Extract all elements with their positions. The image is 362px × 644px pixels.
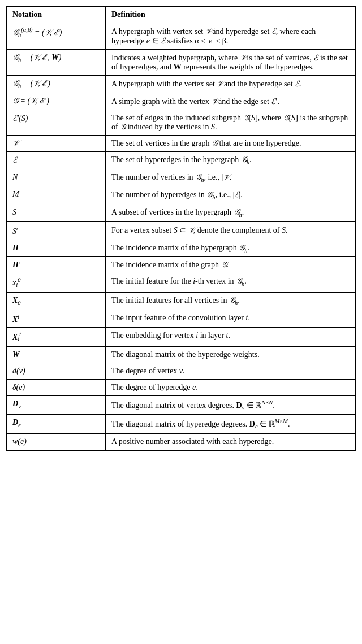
definition-cell: The diagonal matrix of the hyperedge wei… [106, 346, 356, 363]
notation-cell: 𝒢 = (𝒱, ℰ′) [7, 93, 106, 110]
table-row: w(e)A positive number associated with ea… [7, 433, 356, 450]
notation-cell: 𝒢h = (𝒱, ℰ) [7, 76, 106, 93]
definition-cell: The incidence matrix of the hypergraph 𝒢… [106, 240, 356, 257]
definition-cell: The degree of vertex v. [106, 363, 356, 379]
notation-cell: De [7, 415, 106, 433]
notation-cell: xi0 [7, 273, 106, 292]
notation-cell: N [7, 169, 106, 186]
definition-cell: The set of vertices in the graph 𝒢 that … [106, 135, 356, 151]
definition-cell: For a vertex subset S ⊂ 𝒱, denote the co… [106, 221, 356, 240]
notation-cell: Xt [7, 310, 106, 328]
definition-cell: The diagonal matrix of hyperedge degrees… [106, 415, 356, 433]
table-row: XtThe input feature of the convolution l… [7, 310, 356, 328]
notation-cell: Xit [7, 328, 106, 346]
notation-cell: X0 [7, 292, 106, 310]
notation-table: Notation Definition 𝒢h(α,β) = (𝒱, ℰ)A hy… [6, 6, 356, 451]
table-row: DeThe diagonal matrix of hyperedge degre… [7, 415, 356, 433]
notation-cell: Dv [7, 395, 106, 414]
table-row: ScFor a vertex subset S ⊂ 𝒱, denote the … [7, 221, 356, 240]
table-row: H′The incidence matrix of the graph 𝒢. [7, 257, 356, 273]
table-row: ℰThe set of hyperedges in the hypergraph… [7, 151, 356, 169]
definition-cell: The incidence matrix of the graph 𝒢. [106, 257, 356, 273]
notation-cell: Sc [7, 221, 106, 240]
table-row: d(v)The degree of vertex v. [7, 363, 356, 379]
table-row: NThe number of vertices in 𝒢h, i.e., |𝒱|… [7, 169, 356, 186]
definition-cell: A simple graph with the vertex 𝒱 and the… [106, 93, 356, 110]
notation-cell: d(v) [7, 363, 106, 379]
table-row: 𝒢h = (𝒱, ℰ, W)Indicates a weighted hyper… [7, 50, 356, 76]
definition-cell: The set of hyperedges in the hypergraph … [106, 151, 356, 169]
definition-cell: The degree of hyperedge e. [106, 379, 356, 395]
definition-cell: The input feature of the convolution lay… [106, 310, 356, 328]
notation-cell: W [7, 346, 106, 363]
notation-cell: δ(e) [7, 379, 106, 395]
notation-cell: w(e) [7, 433, 106, 450]
table-row: MThe number of hyperedges in 𝒢h, i.e., |… [7, 186, 356, 204]
header-notation: Notation [7, 7, 106, 23]
table-row: ℰ′(S)The set of edges in the induced sub… [7, 110, 356, 135]
table-row: XitThe embedding for vertex i in layer t… [7, 328, 356, 346]
definition-cell: The embedding for vertex i in layer t. [106, 328, 356, 346]
table-row: 𝒢 = (𝒱, ℰ′)A simple graph with the verte… [7, 93, 356, 110]
notation-cell: S [7, 204, 106, 222]
table-row: SA subset of vertices in the hypergraph … [7, 204, 356, 222]
table-row: DvThe diagonal matrix of vertex degrees.… [7, 395, 356, 414]
notation-cell: M [7, 186, 106, 204]
definition-cell: A positive number associated with each h… [106, 433, 356, 450]
notation-cell: 𝒢h(α,β) = (𝒱, ℰ) [7, 23, 106, 50]
notation-cell: ℰ [7, 151, 106, 169]
definition-cell: The set of edges in the induced subgraph… [106, 110, 356, 135]
notation-cell: 𝒱 [7, 135, 106, 151]
notation-cell: H [7, 240, 106, 257]
definition-cell: A hypergraph with the vertex set 𝒱 and t… [106, 76, 356, 93]
table-row: X0The initial features for all vertices … [7, 292, 356, 310]
header-definition: Definition [106, 7, 356, 23]
table-row: WThe diagonal matrix of the hyperedge we… [7, 346, 356, 363]
table-row: 𝒢h(α,β) = (𝒱, ℰ)A hypergraph with vertex… [7, 23, 356, 50]
table-row: HThe incidence matrix of the hypergraph … [7, 240, 356, 257]
definition-cell: A hypergraph with vertex set 𝒱 and hyper… [106, 23, 356, 50]
notation-cell: ℰ′(S) [7, 110, 106, 135]
definition-cell: Indicates a weighted hypergraph, where 𝒱… [106, 50, 356, 76]
table-row: 𝒱The set of vertices in the graph 𝒢 that… [7, 135, 356, 151]
definition-cell: The initial feature for the i-th vertex … [106, 273, 356, 292]
notation-cell: H′ [7, 257, 106, 273]
definition-cell: The number of vertices in 𝒢h, i.e., |𝒱|. [106, 169, 356, 186]
table-row: δ(e)The degree of hyperedge e. [7, 379, 356, 395]
table-row: 𝒢h = (𝒱, ℰ)A hypergraph with the vertex … [7, 76, 356, 93]
definition-cell: The number of hyperedges in 𝒢h, i.e., |ℰ… [106, 186, 356, 204]
definition-cell: A subset of vertices in the hypergraph 𝒢… [106, 204, 356, 222]
definition-cell: The initial features for all vertices in… [106, 292, 356, 310]
definition-cell: The diagonal matrix of vertex degrees. D… [106, 395, 356, 414]
table-row: xi0The initial feature for the i-th vert… [7, 273, 356, 292]
notation-cell: 𝒢h = (𝒱, ℰ, W) [7, 50, 106, 76]
